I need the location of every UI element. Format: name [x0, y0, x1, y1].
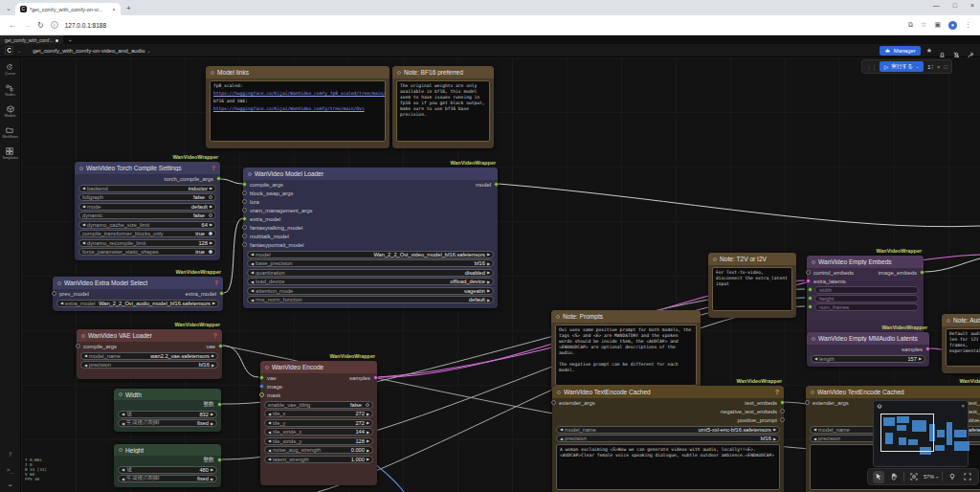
text_embeds-output-dot[interactable]: [780, 400, 785, 405]
collapse-dot-icon[interactable]: [119, 448, 122, 452]
input-slot[interactable]: block_swap_args: [242, 190, 294, 196]
widget-compile_transformer_blocks_only[interactable]: compile_transformer_blocks_onlytrue: [78, 230, 216, 237]
collapse-dot-icon[interactable]: [79, 167, 83, 170]
arrow-left-icon[interactable]: ◀: [251, 252, 254, 257]
widget-precision[interactable]: ◀precisionbf16▶: [556, 435, 780, 442]
sidebar-item-workflows[interactable]: Workflows: [2, 126, 18, 139]
collapse-dot-icon[interactable]: [57, 281, 61, 285]
url-text[interactable]: 127.0.0.1:8188: [65, 22, 106, 29]
output-slot[interactable]: torch_compile_args: [165, 176, 221, 182]
widget-enable_vae_tiling[interactable]: enable_vae_tilingfalse: [264, 401, 373, 409]
output-slot[interactable]: negative_text_embeds: [721, 409, 785, 414]
collapse-dot-icon[interactable]: [211, 71, 214, 75]
stepper-arrows-icon[interactable]: ▴▾: [931, 64, 933, 69]
node-header[interactable]: Note: T2V or I2V: [708, 253, 796, 265]
arrow-right-icon[interactable]: ▶: [773, 427, 776, 432]
collapse-dot-icon[interactable]: [812, 260, 815, 264]
widget-mode[interactable]: ◀modedefault▶: [78, 203, 216, 211]
node-note-t2v-or-i2v[interactable]: Note: T2V or I2VFor Text-to-video, disco…: [708, 253, 796, 318]
graph-canvas[interactable]: Model linksfp8_scaled:https://huggingfac…: [21, 57, 980, 492]
new-tab-button[interactable]: +: [126, 4, 131, 12]
output-slot[interactable]: model: [476, 182, 499, 188]
pan-tool-button[interactable]: [888, 471, 900, 483]
sidebar-item-queue[interactable]: Queue: [5, 63, 15, 76]
toggle-dot[interactable]: [366, 403, 369, 407]
share-arrow-icon[interactable]: [967, 46, 975, 55]
arrow-left-icon[interactable]: ◀: [268, 457, 271, 461]
input-slot[interactable]: compile_args: [76, 344, 117, 349]
input-slot[interactable]: extra_model: [242, 216, 280, 222]
collapse-dot-icon[interactable]: [812, 337, 815, 341]
extra_model-input-dot[interactable]: [242, 216, 247, 221]
node-header[interactable]: Width: [114, 389, 221, 400]
toggle-dot[interactable]: [209, 232, 212, 235]
compile_args-input-dot[interactable]: [242, 182, 247, 187]
input-slot[interactable]: extender_args: [805, 400, 849, 406]
image_embeds-output-dot[interactable]: [920, 270, 924, 275]
widget-fullgraph[interactable]: fullgraphfalse: [78, 193, 216, 201]
node-wanvideo-model-loader[interactable]: WanVideoWrapperWanVideo Model Loadercomp…: [243, 168, 498, 308]
node-header[interactable]: WanVideo Extra Model Select?: [53, 277, 223, 289]
sidebar-item-nodes[interactable]: Nodes: [5, 84, 14, 97]
input-slot[interactable]: vram_management_args: [242, 208, 313, 213]
back-icon[interactable]: ←: [9, 21, 16, 30]
block_swap_args-input-dot[interactable]: [242, 190, 247, 195]
arrow-right-icon[interactable]: ▶: [367, 448, 369, 453]
widget-model_name[interactable]: ◀model_nameumt5-xxl-enc-bf16.safetensors…: [556, 426, 780, 434]
arrow-left-icon[interactable]: ◀: [814, 356, 817, 361]
input-slot[interactable]: mask: [259, 392, 280, 398]
collapse-dot-icon[interactable]: [556, 315, 560, 319]
minimize-icon[interactable]: —: [933, 2, 940, 9]
minimap-body[interactable]: [874, 411, 968, 466]
node-help-badge[interactable]: ?: [214, 280, 218, 286]
node-header[interactable]: WanVideo Empty MMAudio Latents: [807, 332, 929, 345]
arrow-right-icon[interactable]: ▶: [212, 363, 214, 368]
node-model-links[interactable]: Model linksfp8_scaled:https://huggingfac…: [206, 66, 390, 148]
fantasyportrait_model-input-dot[interactable]: [242, 242, 247, 247]
widget-tile_stride_x[interactable]: ◀tile_stride_x144▶: [264, 428, 373, 436]
workflow-tab[interactable]: get_comfy_with_comf...: [0, 35, 63, 44]
arrow-left-icon[interactable]: ◀: [560, 427, 563, 432]
collapse-dot-icon[interactable]: [811, 391, 814, 394]
note-text[interactable]: For Text-to-video, disconnect the extra_…: [712, 267, 792, 311]
mask-input-dot[interactable]: [259, 392, 264, 397]
arrow-left-icon[interactable]: ◀: [813, 436, 816, 441]
arrow-right-icon[interactable]: ▶: [212, 301, 215, 305]
node-header[interactable]: WanVideo Empty Embeds: [807, 256, 924, 268]
widget-model[interactable]: ◀modelWan_2_2_Ovi_video_model_bf16.safet…: [247, 251, 494, 258]
node-wanvideo-extra-model-select[interactable]: WanVideoWrapperWanVideo Extra Model Sele…: [53, 277, 223, 311]
arrow-right-icon[interactable]: ▶: [773, 436, 776, 441]
node-wanvideo-encode[interactable]: WanVideoWrapperWanVideo Encodevaesamples…: [260, 361, 377, 485]
bookmark-star-icon[interactable]: ☆: [921, 21, 926, 29]
batch-count-stepper[interactable]: 1▴▾: [927, 64, 933, 70]
profile-avatar[interactable]: ●: [948, 21, 957, 30]
arrow-left-icon[interactable]: ◀: [251, 261, 254, 266]
widget-length[interactable]: ◀length157▶: [811, 355, 925, 363]
keyboard-icon[interactable]: ⌨: [9, 481, 12, 488]
converted-input-height[interactable]: height: [814, 295, 919, 302]
input-slot[interactable]: extra_latents: [806, 279, 846, 284]
collapse-dot-icon[interactable]: [557, 391, 561, 394]
widget-tile_stride_y[interactable]: ◀tile_stride_y128▶: [264, 437, 373, 445]
run-button[interactable]: ▷実行する⌄: [880, 61, 924, 72]
chevron-down-icon[interactable]: ⌄: [17, 48, 21, 54]
toggle-dot[interactable]: [209, 250, 212, 254]
arrow-right-icon[interactable]: ▶: [211, 421, 213, 426]
node-width[interactable]: Width整数◀値832▶◀生成後の制御fixed▶: [114, 389, 221, 432]
widget-生成後の制御[interactable]: ◀生成後の制御fixed▶: [118, 419, 217, 427]
note-link[interactable]: https://huggingface.co/Kijai/WanVideo_co…: [213, 91, 382, 97]
widget-backend[interactable]: ◀backendinductor▶: [78, 185, 216, 192]
note-text[interactable]: The original weights are only available …: [396, 80, 490, 142]
widget-precision[interactable]: ◀precisionbf16▶: [80, 361, 218, 369]
arrow-left-icon[interactable]: ◀: [251, 280, 254, 284]
layers-icon[interactable]: [877, 403, 882, 409]
arrow-right-icon[interactable]: ▶: [211, 412, 213, 416]
toggle-dot[interactable]: [209, 195, 212, 199]
arrow-right-icon[interactable]: ▶: [919, 356, 922, 361]
widget-値[interactable]: ◀値480▶: [118, 466, 217, 474]
node-header[interactable]: Note: BF16 preferred: [392, 66, 494, 78]
node-wanvideo-empty-mmaudio-latents[interactable]: WanVideoWrapperWanVideo Empty MMAudio La…: [807, 332, 929, 367]
torch_compile_args-output-dot[interactable]: [216, 176, 221, 181]
arrow-left-icon[interactable]: ◀: [60, 301, 63, 305]
new-workflow-button[interactable]: +: [68, 37, 72, 43]
